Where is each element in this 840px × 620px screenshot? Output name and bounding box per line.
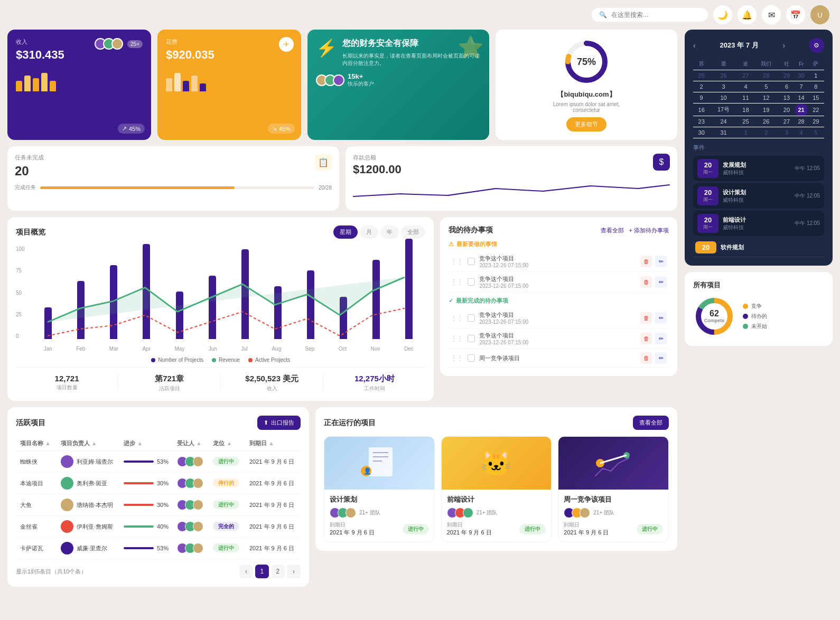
- cal-day-3-4[interactable]: 20: [778, 104, 795, 116]
- cal-day-3-3[interactable]: 19: [754, 104, 778, 116]
- cal-day-4-5[interactable]: 28: [795, 116, 808, 127]
- search-input[interactable]: [611, 11, 701, 18]
- tab-week[interactable]: 星期: [333, 226, 358, 239]
- todo-view-all[interactable]: 查看全部: [601, 227, 624, 234]
- todo-edit-5[interactable]: ✏: [655, 352, 667, 364]
- drag-handle-2[interactable]: ⋮⋮: [451, 278, 463, 286]
- todo-edit-2[interactable]: ✏: [655, 276, 667, 288]
- cal-prev-btn[interactable]: ‹: [693, 41, 696, 50]
- cal-day-5-0[interactable]: 30: [693, 127, 710, 138]
- bar-nov: [360, 260, 393, 339]
- cal-day-3-5[interactable]: 21: [795, 104, 808, 116]
- cal-day-5-3[interactable]: 2: [754, 127, 778, 138]
- cal-day-1-5[interactable]: 7: [795, 81, 808, 92]
- cal-day-0-5[interactable]: 30: [795, 70, 808, 81]
- cal-day-1-1[interactable]: 3: [710, 81, 738, 92]
- cal-day-3-2[interactable]: 18: [738, 104, 754, 116]
- todo-delete-2[interactable]: 🗑: [640, 276, 652, 288]
- cal-day-2-1[interactable]: 10: [710, 92, 738, 104]
- todo-checkbox-5[interactable]: [468, 354, 475, 362]
- prev-page-btn[interactable]: ‹: [239, 565, 253, 578]
- cal-day-4-6[interactable]: 29: [808, 116, 824, 127]
- cal-weekday-tu: 途: [738, 58, 754, 70]
- cal-day-3-1[interactable]: 17号: [710, 104, 738, 116]
- row-status-4: 进行中: [209, 538, 245, 559]
- todo-checkbox-4[interactable]: [468, 335, 475, 342]
- cal-day-4-1[interactable]: 24: [710, 116, 738, 127]
- cal-day-1-6[interactable]: 8: [808, 81, 824, 92]
- exp-bar-2: [174, 73, 181, 91]
- cal-day-4-2[interactable]: 25: [738, 116, 754, 127]
- mail-icon-btn[interactable]: ✉: [762, 5, 781, 24]
- cal-day-3-6[interactable]: 22: [808, 104, 824, 116]
- todo-checkbox-3[interactable]: [468, 314, 475, 322]
- cal-day-4-0[interactable]: 23: [693, 116, 710, 127]
- bar-jul: [229, 249, 262, 339]
- drag-handle-5[interactable]: ⋮⋮: [451, 354, 463, 362]
- cal-day-2-2[interactable]: 11: [738, 92, 754, 104]
- cal-day-2-4[interactable]: 13: [778, 92, 795, 104]
- todo-edit-3[interactable]: ✏: [655, 312, 667, 324]
- sort-arrow-asgn[interactable]: ▲: [196, 440, 202, 446]
- cal-next-btn[interactable]: ›: [782, 41, 785, 50]
- cal-day-1-3[interactable]: 5: [754, 81, 778, 92]
- todo-delete-1[interactable]: 🗑: [640, 256, 652, 267]
- cal-day-5-2[interactable]: 1: [738, 127, 754, 138]
- right-sidebar: ‹ 2023 年 7 月 › ⚙ 苏 最 途 我们 社: [685, 30, 833, 593]
- cal-day-1-2[interactable]: 4: [738, 81, 754, 92]
- sort-arrow-prog[interactable]: ▲: [137, 440, 143, 446]
- cal-day-0-6[interactable]: 1: [808, 70, 824, 81]
- cal-settings-btn[interactable]: ⚙: [809, 38, 824, 53]
- user-avatar[interactable]: U: [810, 5, 829, 24]
- todo-edit-1[interactable]: ✏: [655, 256, 667, 267]
- page-1-btn[interactable]: 1: [255, 565, 269, 578]
- cal-day-4-4[interactable]: 27: [778, 116, 795, 127]
- cal-day-1-0[interactable]: 2: [693, 81, 710, 92]
- expense-add-button[interactable]: +: [279, 37, 294, 52]
- cal-day-2-6[interactable]: 15: [808, 92, 824, 104]
- cal-day-5-4[interactable]: 3: [778, 127, 795, 138]
- drag-handle-3[interactable]: ⋮⋮: [451, 314, 463, 322]
- sort-arrow-status[interactable]: ▲: [226, 440, 232, 446]
- todo-checkbox-1[interactable]: [468, 258, 475, 265]
- cal-day-2-3[interactable]: 12: [754, 92, 778, 104]
- bell-icon-btn[interactable]: 🔔: [738, 5, 757, 24]
- moon-icon-btn[interactable]: 🌙: [713, 5, 732, 24]
- cal-day-1-4[interactable]: 6: [778, 81, 795, 92]
- cal-day-3-0[interactable]: 16: [693, 104, 710, 116]
- cal-day-0-2[interactable]: 27: [738, 70, 754, 81]
- sort-arrow-pm[interactable]: ▲: [91, 440, 97, 446]
- search-box[interactable]: 🔍: [592, 8, 708, 22]
- cal-day-4-3[interactable]: 26: [754, 116, 778, 127]
- cal-day-0-0[interactable]: 25: [693, 70, 710, 81]
- search-icon: 🔍: [599, 11, 607, 18]
- todo-add-btn[interactable]: + 添加待办事项: [629, 227, 669, 234]
- next-page-btn[interactable]: ›: [287, 565, 301, 578]
- cal-day-2-0[interactable]: 9: [693, 92, 710, 104]
- cal-day-5-6[interactable]: 5: [808, 127, 824, 138]
- cal-day-5-5[interactable]: 4: [795, 127, 808, 138]
- export-button[interactable]: ⬆ 出口报告: [257, 416, 301, 430]
- todo-checkbox-2[interactable]: [468, 278, 475, 286]
- sort-arrow-name[interactable]: ▲: [45, 440, 51, 446]
- drag-handle-4[interactable]: ⋮⋮: [451, 335, 463, 342]
- sort-arrow-due[interactable]: ▲: [268, 440, 274, 446]
- tab-month[interactable]: 月: [360, 226, 378, 239]
- calendar-icon-btn[interactable]: 📅: [786, 5, 805, 24]
- tab-all[interactable]: 全部: [401, 226, 425, 239]
- tab-year[interactable]: 年: [380, 226, 399, 239]
- donut-more-button[interactable]: 更多细节: [566, 117, 606, 131]
- view-all-button[interactable]: 查看全部: [633, 416, 669, 430]
- todo-delete-4[interactable]: 🗑: [640, 333, 652, 344]
- task-count: 20: [15, 164, 44, 179]
- todo-delete-3[interactable]: 🗑: [640, 312, 652, 324]
- todo-edit-4[interactable]: ✏: [655, 333, 667, 344]
- drag-handle-1[interactable]: ⋮⋮: [451, 258, 463, 265]
- cal-day-5-1[interactable]: 31: [710, 127, 738, 138]
- cal-day-0-3[interactable]: 28: [754, 70, 778, 81]
- cal-day-0-4[interactable]: 29: [778, 70, 795, 81]
- cal-day-0-1[interactable]: 26: [710, 70, 738, 81]
- cal-day-2-5[interactable]: 14: [795, 92, 808, 104]
- todo-delete-5[interactable]: 🗑: [640, 352, 652, 364]
- page-2-btn[interactable]: 2: [271, 565, 285, 578]
